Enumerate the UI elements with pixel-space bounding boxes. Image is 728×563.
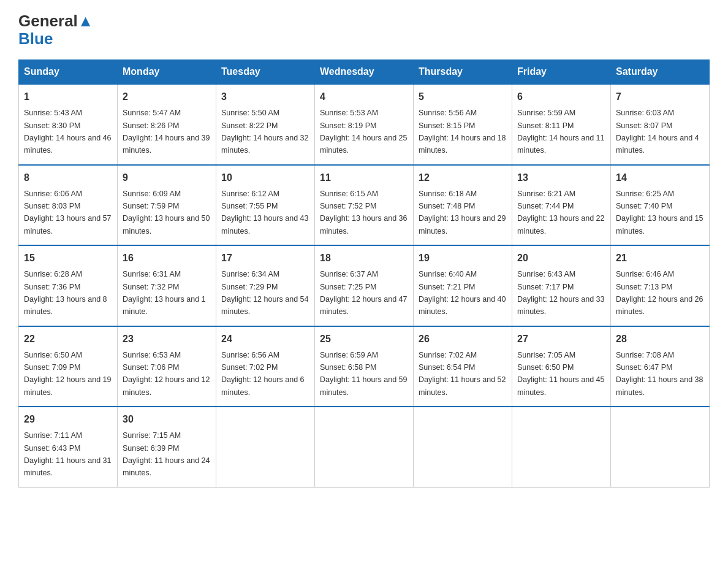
calendar-day-cell: 19 Sunrise: 6:40 AMSunset: 7:21 PMDaylig… [414,245,512,326]
day-number: 26 [419,332,507,347]
logo: General▲Blue [18,12,94,47]
calendar-day-cell: 4 Sunrise: 5:53 AMSunset: 8:19 PMDayligh… [315,84,414,165]
calendar-day-cell: 27 Sunrise: 7:05 AMSunset: 6:50 PMDaylig… [512,326,611,407]
day-info: Sunrise: 6:40 AMSunset: 7:21 PMDaylight:… [419,270,506,316]
calendar-week-row: 1 Sunrise: 5:43 AMSunset: 8:30 PMDayligh… [19,84,710,165]
calendar-day-cell: 5 Sunrise: 5:56 AMSunset: 8:15 PMDayligh… [414,84,512,165]
weekday-header: Monday [118,60,216,85]
calendar-day-cell [414,407,512,487]
calendar-day-cell: 12 Sunrise: 6:18 AMSunset: 7:48 PMDaylig… [414,165,512,246]
weekday-header: Tuesday [216,60,315,85]
day-info: Sunrise: 6:53 AMSunset: 7:06 PMDaylight:… [123,351,210,397]
day-number: 1 [24,90,112,104]
calendar-day-cell: 7 Sunrise: 6:03 AMSunset: 8:07 PMDayligh… [611,84,710,165]
calendar-day-cell: 9 Sunrise: 6:09 AMSunset: 7:59 PMDayligh… [118,165,216,246]
calendar-day-cell: 10 Sunrise: 6:12 AMSunset: 7:55 PMDaylig… [216,165,315,246]
page-header: General▲Blue [18,12,710,47]
calendar-week-row: 29 Sunrise: 7:11 AMSunset: 6:43 PMDaylig… [19,407,710,487]
day-number: 24 [221,332,309,347]
day-number: 10 [221,170,309,185]
calendar-day-cell: 2 Sunrise: 5:47 AMSunset: 8:26 PMDayligh… [118,84,216,165]
day-info: Sunrise: 6:31 AMSunset: 7:32 PMDaylight:… [123,270,206,316]
day-number: 17 [221,251,309,266]
logo-text: General▲Blue [18,12,94,47]
day-number: 6 [517,90,605,104]
calendar-day-cell: 16 Sunrise: 6:31 AMSunset: 7:32 PMDaylig… [118,245,216,326]
day-info: Sunrise: 7:02 AMSunset: 6:54 PMDaylight:… [419,351,506,397]
day-number: 18 [320,251,408,266]
day-info: Sunrise: 5:43 AMSunset: 8:30 PMDaylight:… [24,109,111,155]
day-number: 21 [616,251,704,266]
day-info: Sunrise: 5:53 AMSunset: 8:19 PMDaylight:… [320,109,407,155]
day-info: Sunrise: 6:18 AMSunset: 7:48 PMDaylight:… [419,190,506,236]
day-info: Sunrise: 6:03 AMSunset: 8:07 PMDaylight:… [616,109,699,155]
day-number: 11 [320,170,408,185]
day-info: Sunrise: 6:28 AMSunset: 7:36 PMDaylight:… [24,270,107,316]
day-number: 16 [123,251,211,266]
calendar-day-cell: 14 Sunrise: 6:25 AMSunset: 7:40 PMDaylig… [611,165,710,246]
calendar-day-cell: 23 Sunrise: 6:53 AMSunset: 7:06 PMDaylig… [118,326,216,407]
day-info: Sunrise: 6:09 AMSunset: 7:59 PMDaylight:… [123,190,210,236]
calendar-day-cell [611,407,710,487]
calendar-day-cell: 18 Sunrise: 6:37 AMSunset: 7:25 PMDaylig… [315,245,414,326]
day-number: 22 [24,332,112,347]
day-number: 8 [24,170,112,185]
day-number: 23 [123,332,211,347]
day-info: Sunrise: 5:56 AMSunset: 8:15 PMDaylight:… [419,109,506,155]
day-info: Sunrise: 6:56 AMSunset: 7:02 PMDaylight:… [221,351,305,397]
day-number: 2 [123,90,211,104]
day-number: 28 [616,332,704,347]
calendar-day-cell: 17 Sunrise: 6:34 AMSunset: 7:29 PMDaylig… [216,245,315,326]
day-info: Sunrise: 6:46 AMSunset: 7:13 PMDaylight:… [616,270,703,316]
day-info: Sunrise: 5:50 AMSunset: 8:22 PMDaylight:… [221,109,308,155]
calendar-table: SundayMondayTuesdayWednesdayThursdayFrid… [18,59,710,488]
weekday-header: Saturday [611,60,710,85]
calendar-day-cell: 29 Sunrise: 7:11 AMSunset: 6:43 PMDaylig… [19,407,118,487]
calendar-day-cell: 20 Sunrise: 6:43 AMSunset: 7:17 PMDaylig… [512,245,611,326]
day-info: Sunrise: 6:15 AMSunset: 7:52 PMDaylight:… [320,190,407,236]
calendar-week-row: 22 Sunrise: 6:50 AMSunset: 7:09 PMDaylig… [19,326,710,407]
day-number: 4 [320,90,408,104]
day-number: 13 [517,170,605,185]
day-info: Sunrise: 5:59 AMSunset: 8:11 PMDaylight:… [517,109,604,155]
day-info: Sunrise: 6:34 AMSunset: 7:29 PMDaylight:… [221,270,308,316]
day-number: 30 [123,412,211,427]
day-number: 3 [221,90,309,104]
day-info: Sunrise: 6:25 AMSunset: 7:40 PMDaylight:… [616,190,703,236]
calendar-day-cell: 28 Sunrise: 7:08 AMSunset: 6:47 PMDaylig… [611,326,710,407]
calendar-day-cell: 24 Sunrise: 6:56 AMSunset: 7:02 PMDaylig… [216,326,315,407]
day-info: Sunrise: 5:47 AMSunset: 8:26 PMDaylight:… [123,109,210,155]
calendar-day-cell: 15 Sunrise: 6:28 AMSunset: 7:36 PMDaylig… [19,245,118,326]
day-number: 5 [419,90,507,104]
day-info: Sunrise: 6:12 AMSunset: 7:55 PMDaylight:… [221,190,308,236]
day-info: Sunrise: 7:15 AMSunset: 6:39 PMDaylight:… [123,431,210,477]
day-info: Sunrise: 6:06 AMSunset: 8:03 PMDaylight:… [24,190,111,236]
day-number: 25 [320,332,408,347]
day-number: 12 [419,170,507,185]
day-info: Sunrise: 6:50 AMSunset: 7:09 PMDaylight:… [24,351,111,397]
day-number: 19 [419,251,507,266]
day-info: Sunrise: 7:08 AMSunset: 6:47 PMDaylight:… [616,351,703,397]
calendar-day-cell [216,407,315,487]
calendar-day-cell [512,407,611,487]
day-info: Sunrise: 7:11 AMSunset: 6:43 PMDaylight:… [24,431,111,477]
weekday-header: Sunday [19,60,118,85]
calendar-day-cell: 6 Sunrise: 5:59 AMSunset: 8:11 PMDayligh… [512,84,611,165]
day-number: 27 [517,332,605,347]
calendar-day-cell: 3 Sunrise: 5:50 AMSunset: 8:22 PMDayligh… [216,84,315,165]
day-info: Sunrise: 6:37 AMSunset: 7:25 PMDaylight:… [320,270,407,316]
day-number: 20 [517,251,605,266]
calendar-day-cell: 8 Sunrise: 6:06 AMSunset: 8:03 PMDayligh… [19,165,118,246]
weekday-header: Thursday [414,60,512,85]
weekday-header: Wednesday [315,60,414,85]
day-info: Sunrise: 6:43 AMSunset: 7:17 PMDaylight:… [517,270,604,316]
calendar-day-cell: 26 Sunrise: 7:02 AMSunset: 6:54 PMDaylig… [414,326,512,407]
calendar-day-cell: 25 Sunrise: 6:59 AMSunset: 6:58 PMDaylig… [315,326,414,407]
day-number: 9 [123,170,211,185]
calendar-day-cell: 21 Sunrise: 6:46 AMSunset: 7:13 PMDaylig… [611,245,710,326]
day-info: Sunrise: 6:59 AMSunset: 6:58 PMDaylight:… [320,351,407,397]
day-number: 29 [24,412,112,427]
calendar-day-cell: 1 Sunrise: 5:43 AMSunset: 8:30 PMDayligh… [19,84,118,165]
day-info: Sunrise: 6:21 AMSunset: 7:44 PMDaylight:… [517,190,604,236]
calendar-day-cell: 11 Sunrise: 6:15 AMSunset: 7:52 PMDaylig… [315,165,414,246]
